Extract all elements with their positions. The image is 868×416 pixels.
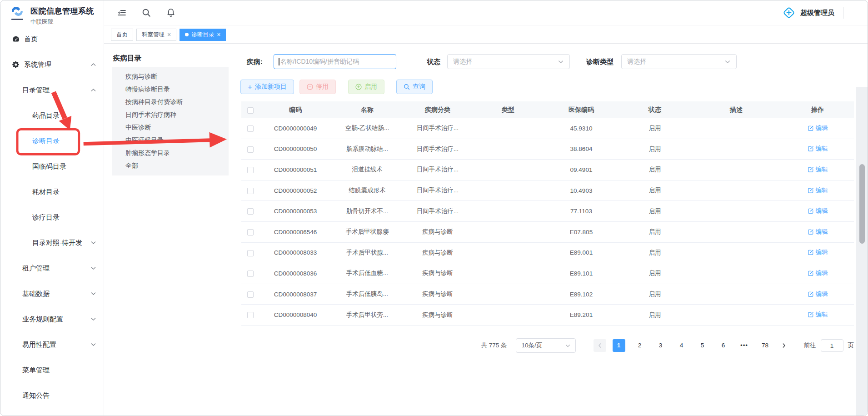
sidebar-item-7[interactable]: 耗材目录 xyxy=(0,179,104,205)
catalog-item[interactable]: 全部 xyxy=(112,159,229,172)
select-all-checkbox[interactable] xyxy=(247,107,254,114)
sidebar-item-9[interactable]: 目录对照-待开发 xyxy=(0,230,104,256)
next-page-button[interactable] xyxy=(778,339,790,352)
edit-button[interactable]: 编辑 xyxy=(808,248,828,256)
row-checkbox[interactable] xyxy=(247,208,254,215)
row-checkbox[interactable] xyxy=(247,312,254,318)
diagnosis-type-select[interactable]: 请选择 xyxy=(621,54,737,69)
edit-button[interactable]: 编辑 xyxy=(808,145,828,153)
page-number[interactable]: 6 xyxy=(717,339,730,352)
row-checkbox[interactable] xyxy=(247,229,254,236)
page-number[interactable]: 2 xyxy=(634,339,646,352)
page-number-active[interactable]: 1 xyxy=(613,339,625,352)
scrollbar-thumb[interactable] xyxy=(859,164,865,244)
edit-button[interactable]: 编辑 xyxy=(808,165,828,174)
edit-button[interactable]: 编辑 xyxy=(808,207,828,215)
sidebar-item-4[interactable]: 药品目录 xyxy=(0,103,104,128)
row-checkbox[interactable] xyxy=(247,125,254,132)
page-number[interactable]: 5 xyxy=(696,339,709,352)
chevron-up-icon xyxy=(90,87,96,93)
cell-status: 启用 xyxy=(619,186,691,195)
search-icon[interactable] xyxy=(141,8,151,18)
table-row: CD0000008033 手术后甲状腺... 疾病与诊断 E89.001 启用 … xyxy=(241,243,854,264)
sidebar-item-1[interactable]: 首页 xyxy=(0,26,104,52)
app-window: 医院信息管理系统 中联医院 首页 系统管理 目录管理 药品目录 诊断目录 国临码… xyxy=(0,0,868,416)
row-checkbox[interactable] xyxy=(247,271,254,277)
edit-button[interactable]: 编辑 xyxy=(808,269,828,277)
disease-search-input[interactable]: 名称/ICD10编码/拼音助记码 xyxy=(274,54,396,69)
enable-button[interactable]: 启用 xyxy=(348,80,384,94)
chevron-right-icon xyxy=(781,343,787,348)
edit-button[interactable]: 编辑 xyxy=(808,124,828,132)
catalog-item[interactable]: 中医诊断 xyxy=(112,121,229,134)
sidebar-item-8[interactable]: 诊疗目录 xyxy=(0,205,104,230)
catalog-list: 疾病与诊断特慢病诊断目录按病种目录付费诊断日间手术治疗病种中医诊断中医证候目录肿… xyxy=(112,67,229,175)
cell-insurance-code: E89.102 xyxy=(544,291,619,298)
close-icon[interactable]: × xyxy=(217,31,220,38)
edit-button[interactable]: 编辑 xyxy=(808,228,828,236)
page-size-select[interactable]: 10条/页 xyxy=(516,338,576,353)
tab-1[interactable]: 首页 xyxy=(111,29,133,41)
sidebar-item-2[interactable]: 系统管理 xyxy=(0,52,104,77)
sidebar-item-6[interactable]: 国临码目录 xyxy=(0,154,104,179)
sidebar-item-11[interactable]: 基础数据 xyxy=(0,281,104,306)
col-code: 编码 xyxy=(259,106,331,114)
more-pages-ellipsis[interactable]: ••• xyxy=(738,339,751,352)
add-item-button[interactable]: + 添加新项目 xyxy=(240,80,294,94)
tab-2[interactable]: 科室管理 × xyxy=(136,29,176,41)
query-button[interactable]: 查询 xyxy=(396,80,433,94)
catalog-item[interactable]: 疾病与诊断 xyxy=(112,70,229,83)
collapse-sidebar-icon[interactable] xyxy=(117,8,127,18)
edit-icon xyxy=(808,291,814,297)
sidebar-item-10[interactable]: 租户管理 xyxy=(0,256,104,281)
sidebar-item-5[interactable]: 诊断目录 xyxy=(0,128,104,154)
cell-category: 疾病与诊断 xyxy=(403,290,472,298)
gear-icon xyxy=(12,60,20,69)
cell-insurance-code: E89.201 xyxy=(544,311,619,318)
chevron-down-icon xyxy=(558,59,564,65)
page-number[interactable]: 4 xyxy=(675,339,688,352)
sidebar-item-14[interactable]: 菜单管理 xyxy=(0,357,104,383)
current-user-name[interactable]: 超级管理员 xyxy=(800,9,834,17)
catalog-item[interactable]: 特慢病诊断目录 xyxy=(112,83,229,95)
goto-page-input[interactable] xyxy=(821,339,843,352)
sidebar-menu: 首页 系统管理 目录管理 药品目录 诊断目录 国临码目录 耗材目录 诊疗目录 目… xyxy=(0,26,104,408)
sidebar-item-12[interactable]: 业务规则配置 xyxy=(0,306,104,332)
chevron-down-icon xyxy=(90,266,96,271)
prev-page-button[interactable] xyxy=(594,339,606,352)
catalog-item[interactable]: 中医证候目录 xyxy=(112,134,229,146)
page-number[interactable]: 3 xyxy=(654,339,667,352)
row-checkbox[interactable] xyxy=(247,146,254,153)
edit-button[interactable]: 编辑 xyxy=(808,311,828,319)
scrollbar-track[interactable] xyxy=(856,87,868,416)
row-checkbox[interactable] xyxy=(247,188,254,194)
row-checkbox[interactable] xyxy=(247,291,254,298)
cell-name: 手术后甲状旁... xyxy=(331,311,403,319)
row-checkbox[interactable] xyxy=(247,250,254,256)
col-category: 疾病分类 xyxy=(403,106,472,114)
status-select[interactable]: 请选择 xyxy=(447,54,570,69)
catalog-item[interactable]: 日间手术治疗病种 xyxy=(112,108,229,121)
minus-circle-icon xyxy=(307,84,313,90)
table-row: CD0000000051 泪道挂线术 日间手术治疗... 09.4901 启用 … xyxy=(241,160,854,180)
edit-button[interactable]: 编辑 xyxy=(808,290,828,298)
cell-status: 启用 xyxy=(619,290,691,298)
sidebar-item-3[interactable]: 目录管理 xyxy=(0,77,104,103)
header-divider xyxy=(843,7,844,19)
edit-button[interactable]: 编辑 xyxy=(808,186,828,195)
catalog-item[interactable]: 按病种目录付费诊断 xyxy=(112,95,229,108)
catalog-item[interactable]: 肿瘤形态学目录 xyxy=(112,146,229,159)
page-number[interactable]: 78 xyxy=(759,339,772,352)
sidebar-item-15[interactable]: 通知公告 xyxy=(0,383,104,408)
cell-code: CD0000008037 xyxy=(259,291,331,298)
disable-button[interactable]: 停用 xyxy=(299,80,336,94)
row-checkbox[interactable] xyxy=(247,167,254,173)
tab-3[interactable]: 诊断目录 × xyxy=(180,29,226,41)
close-icon[interactable]: × xyxy=(167,31,171,38)
medical-cross-diamond-icon[interactable] xyxy=(782,6,796,20)
cell-name: 结膜囊成形术 xyxy=(331,186,403,195)
bell-icon[interactable] xyxy=(166,8,176,18)
table-row: CD0000006546 手术后甲状腺瘘 疾病与诊断 E07.805 启用 编辑 xyxy=(241,222,854,243)
cell-name: 手术后低血糖... xyxy=(331,269,403,277)
sidebar-item-13[interactable]: 易用性配置 xyxy=(0,332,104,357)
